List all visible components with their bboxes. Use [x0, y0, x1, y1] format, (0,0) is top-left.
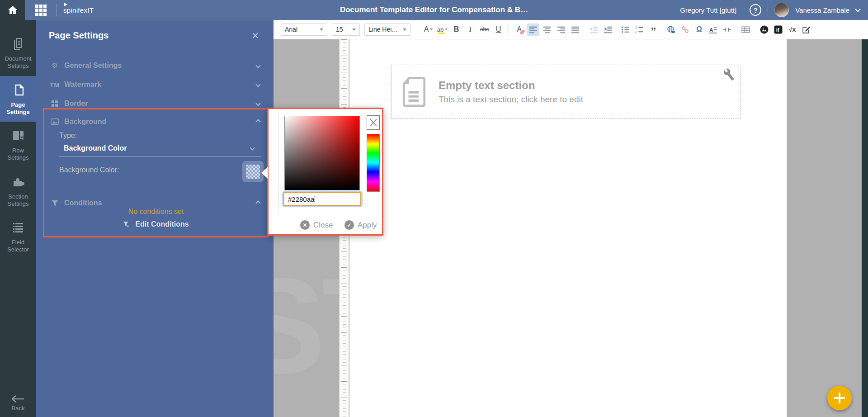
formula-button[interactable]: √x: [786, 24, 798, 36]
gear-icon: ⚙: [50, 62, 60, 70]
clear-format-button[interactable]: A: [513, 24, 525, 36]
align-center-button[interactable]: [541, 24, 553, 36]
image-circle-icon: [760, 25, 769, 34]
edit-pencil-icon: [802, 25, 811, 34]
blockquote-button[interactable]: ”: [647, 24, 660, 36]
page-settings-panel: Page Settings ✕ ⚙ General Settings TM Wa…: [36, 20, 274, 417]
link-globe-icon: [667, 25, 675, 34]
saturation-value-gradient[interactable]: [284, 116, 360, 190]
indent-button[interactable]: [602, 24, 614, 36]
unlink-button[interactable]: [679, 24, 691, 36]
image-icon: [51, 118, 59, 125]
clear-color-button[interactable]: [367, 115, 380, 130]
edit-conditions-button[interactable]: Edit Conditions: [123, 220, 189, 228]
sidebar-item-row-settings[interactable]: Row Settings: [0, 122, 36, 168]
picker-apply-button[interactable]: ✓ Apply: [344, 220, 377, 230]
highlight-color-button[interactable]: ab: [436, 24, 448, 36]
right-edge-panel: [861, 39, 868, 417]
section-settings-icon: [11, 175, 25, 189]
background-type-select[interactable]: Background Color: [64, 144, 127, 152]
align-justify-button[interactable]: [569, 24, 581, 36]
sidebar-item-document-settings[interactable]: Document Settings: [0, 30, 36, 76]
dropdown-arrow-icon: [430, 28, 433, 30]
close-circle-icon: ✕: [300, 220, 310, 230]
type-label: Type:: [59, 132, 77, 140]
page-settings-icon: [11, 83, 25, 97]
highlight-bar: [438, 33, 445, 34]
section-background[interactable]: Background: [36, 113, 274, 131]
line-height-select[interactable]: Line Hei…: [364, 24, 410, 36]
bold-button[interactable]: B: [450, 24, 462, 36]
background-color-label: Background Color:: [59, 166, 119, 174]
app-root: spinifexIT Document Template Editor for …: [0, 0, 868, 417]
home-button[interactable]: [0, 0, 25, 20]
hex-color-input[interactable]: #2280aa: [283, 192, 361, 206]
section-border[interactable]: Border: [36, 95, 274, 113]
outdent-button[interactable]: [588, 24, 600, 36]
chevron-down-icon[interactable]: [255, 82, 260, 87]
indent-icon: [604, 25, 612, 34]
dropdown-arrow-icon: [445, 28, 448, 30]
insert-image-button[interactable]: [758, 24, 770, 36]
add-section-fab[interactable]: [827, 386, 852, 410]
select-underline: [59, 156, 261, 157]
back-button[interactable]: Back: [0, 395, 36, 412]
app-grid-button[interactable]: [35, 5, 47, 16]
toolbar-separator: [509, 24, 509, 34]
underline-button[interactable]: U: [492, 24, 505, 36]
conditional-if-button[interactable]: if: [772, 24, 784, 36]
hue-slider[interactable]: [367, 134, 380, 192]
font-size-select[interactable]: 15: [332, 24, 360, 36]
sidebar-item-page-settings[interactable]: Page Settings: [0, 76, 36, 122]
empty-text-section[interactable]: Empty text section This is a text sectio…: [391, 65, 741, 118]
trademark-icon: TM: [50, 81, 60, 89]
strikethrough-button[interactable]: abc: [478, 24, 491, 36]
type-select-chevron-icon[interactable]: [250, 145, 255, 150]
page-break-icon: [723, 25, 731, 34]
document-page: Empty text section This is a text sectio…: [349, 39, 787, 417]
background-color-swatch[interactable]: [242, 161, 264, 182]
chevron-down-icon[interactable]: [255, 63, 260, 68]
section-settings-wrench-icon[interactable]: [722, 67, 736, 81]
italic-button[interactable]: I: [464, 24, 476, 36]
numbered-list-button[interactable]: 12: [633, 24, 646, 36]
if-icon: if: [774, 25, 783, 34]
sidebar-item-section-settings[interactable]: Section Settings: [0, 168, 36, 214]
topbar-separator: [25, 4, 25, 16]
check-circle-icon: ✓: [344, 220, 354, 230]
abbreviation-button[interactable]: A: [707, 24, 719, 36]
align-center-icon: [543, 25, 552, 34]
section-general-settings[interactable]: ⚙ General Settings: [36, 57, 274, 75]
account-user-label[interactable]: Vanessa Zambale: [795, 6, 849, 14]
insert-table-button[interactable]: [740, 24, 752, 36]
font-color-button[interactable]: A: [422, 24, 434, 36]
user-menu-chevron-icon[interactable]: [855, 6, 861, 12]
user-avatar[interactable]: [774, 3, 789, 17]
text-caret: [315, 195, 315, 203]
no-conditions-text: No conditions set: [43, 208, 269, 216]
page-break-button[interactable]: [721, 24, 733, 36]
bullet-list-button[interactable]: [619, 24, 632, 36]
align-right-button[interactable]: [555, 24, 567, 36]
section-watermark[interactable]: TM Watermark: [36, 76, 274, 94]
help-icon[interactable]: ?: [750, 4, 761, 16]
align-left-button[interactable]: [527, 24, 539, 36]
picker-close-button[interactable]: ✕ Close: [300, 220, 333, 230]
align-justify-icon: [571, 25, 580, 34]
compose-edit-button[interactable]: [800, 24, 812, 36]
font-family-select[interactable]: Arial: [281, 24, 327, 36]
topbar-separator: [743, 4, 743, 16]
sidebar-item-field-selector[interactable]: Field Selector: [0, 213, 36, 260]
topbar-separator: [768, 4, 768, 16]
chevron-up-icon[interactable]: [255, 200, 260, 205]
svg-text:2: 2: [635, 29, 637, 33]
special-character-button[interactable]: Ω: [693, 24, 705, 36]
chevron-up-icon[interactable]: [255, 119, 260, 124]
transparent-swatch-pattern[interactable]: [246, 165, 260, 179]
insert-link-button[interactable]: [665, 24, 677, 36]
panel-close-icon[interactable]: ✕: [251, 31, 259, 40]
topbar-right: Gregory Tutt [gtutt] ? Vanessa Zambale: [680, 0, 860, 20]
border-icon: [52, 100, 58, 107]
chevron-down-icon[interactable]: [255, 101, 260, 106]
select-arrow-icon: [403, 28, 406, 31]
